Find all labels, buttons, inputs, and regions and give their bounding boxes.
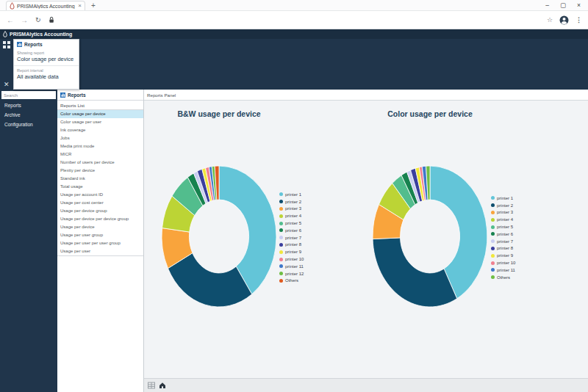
browser-menu-icon[interactable]: ⋮ <box>576 16 582 23</box>
legend-marker <box>491 254 495 258</box>
legend-item[interactable]: printer 5 <box>279 219 304 227</box>
donut-slice-printer-2[interactable] <box>168 253 252 307</box>
report-list-item[interactable]: Total usage <box>57 183 143 191</box>
legend-item[interactable]: printer 9 <box>491 252 515 259</box>
search-input[interactable] <box>1 91 56 99</box>
legend-item[interactable]: printer 11 <box>491 266 515 274</box>
report-list-item[interactable]: Plexity per device <box>57 167 143 175</box>
legend-item[interactable]: printer 8 <box>279 242 304 249</box>
table-view-icon[interactable] <box>148 382 155 389</box>
legend-item[interactable]: printer 9 <box>279 248 304 255</box>
legend-item[interactable]: printer 7 <box>279 234 304 242</box>
report-list-item[interactable]: Usage per device per device group <box>57 215 143 223</box>
new-tab-button[interactable]: + <box>91 1 96 10</box>
bookmark-star-icon[interactable]: ☆ <box>547 16 553 23</box>
dropdown-header[interactable]: Reports <box>14 40 79 48</box>
legend-item[interactable]: printer 2 <box>491 202 515 209</box>
report-list-item[interactable]: Usage per device <box>57 223 143 231</box>
donut-slice-printer-2[interactable] <box>373 238 457 307</box>
report-interval-label: Report interval <box>14 68 79 73</box>
legend-label: printer 1 <box>285 192 301 197</box>
sidebar-item-configuration[interactable]: Configuration <box>0 120 57 129</box>
report-list-item[interactable]: Usage per user group <box>57 231 143 239</box>
sidebar-item-archive[interactable]: Archive <box>0 110 57 120</box>
legend-label: printer 7 <box>285 236 301 240</box>
showing-report-value[interactable]: Color usage per device <box>14 56 79 62</box>
legend-item[interactable]: printer 10 <box>279 255 304 263</box>
legend-marker <box>279 264 283 268</box>
legend-item[interactable]: printer 8 <box>491 245 515 253</box>
addressbar-right-actions: ☆ ⋮ <box>547 15 582 25</box>
report-list-item[interactable]: Usage per account ID <box>57 191 143 199</box>
report-list-item[interactable]: Number of users per device <box>57 159 143 167</box>
legend-item[interactable]: Others <box>279 277 304 285</box>
apps-grid-icon[interactable] <box>3 41 10 48</box>
dropdown-title: Reports <box>24 42 43 47</box>
legend-marker <box>491 203 495 207</box>
sidebar-menu: ReportsArchiveConfiguration <box>0 101 57 129</box>
close-menu-icon[interactable]: ✕ <box>4 81 10 88</box>
report-list-item[interactable]: Color usage per user <box>57 118 143 126</box>
legend-marker <box>491 218 495 222</box>
report-list-item[interactable]: Usage per device group <box>57 207 143 215</box>
legend-item[interactable]: printer 6 <box>491 231 515 238</box>
legend-item[interactable]: Others <box>491 274 515 281</box>
legend-label: printer 2 <box>497 203 513 208</box>
legend-item[interactable]: printer 3 <box>491 209 515 217</box>
legend-marker <box>279 279 283 283</box>
report-list-item[interactable]: Jobs <box>57 134 143 142</box>
report-list-item[interactable]: Usage per user <box>57 247 143 255</box>
color-usage-chart: Color usage per device printer 1printer … <box>366 101 588 378</box>
forward-button[interactable]: → <box>21 16 28 24</box>
sidebar-item-reports[interactable]: Reports <box>0 101 57 110</box>
legend-marker <box>279 207 283 211</box>
report-list-item[interactable]: Standard ink <box>57 175 143 183</box>
report-list-item[interactable]: Ink coverage <box>57 126 143 134</box>
bw-usage-donut <box>157 163 282 310</box>
report-list-item[interactable]: Media print mode <box>57 142 143 150</box>
legend-item[interactable]: printer 6 <box>279 227 304 234</box>
window-close-button[interactable]: × <box>577 1 581 9</box>
legend-item[interactable]: printer 12 <box>279 270 304 277</box>
legend-label: printer 6 <box>285 228 301 233</box>
back-button[interactable]: ← <box>7 16 14 24</box>
legend-item[interactable]: printer 4 <box>491 216 515 223</box>
legend-item[interactable]: printer 1 <box>279 191 304 198</box>
legend-item[interactable]: printer 7 <box>491 238 515 245</box>
bottom-toolbar <box>144 378 588 392</box>
report-list-item[interactable]: Color usage per device <box>57 110 143 118</box>
report-list-item[interactable]: Usage per user per user group <box>57 239 143 247</box>
legend-marker <box>491 247 495 250</box>
reload-button[interactable]: ↻ <box>35 16 41 23</box>
legend-item[interactable]: printer 11 <box>279 263 304 270</box>
window-maximize-button[interactable]: ▢ <box>560 1 566 9</box>
browser-tab[interactable]: PRISMAlytics Accounting × <box>6 1 85 10</box>
prisma-droplet-icon <box>10 2 15 10</box>
lock-icon[interactable] <box>49 16 54 23</box>
legend-marker <box>279 222 283 225</box>
legend-item[interactable]: printer 5 <box>491 223 515 231</box>
report-interval-value[interactable]: All available data <box>14 73 79 80</box>
window-controls: – ▢ × <box>545 1 581 9</box>
legend-marker <box>491 225 495 229</box>
legend-marker <box>491 239 495 243</box>
reports-panel-title: Reports Panel <box>144 90 588 101</box>
window-minimize-button[interactable]: – <box>545 1 549 9</box>
browser-addressbar: ← → ↻ ☆ ⋮ <box>0 11 588 29</box>
legend-item[interactable]: printer 2 <box>279 198 304 206</box>
reports-list: Color usage per deviceColor usage per us… <box>57 110 143 256</box>
report-list-item[interactable]: Usage per cost center <box>57 199 143 207</box>
reports-display-panel: Reports Panel B&W usage per device print… <box>144 90 588 392</box>
profile-avatar-icon[interactable] <box>559 15 569 25</box>
legend-item[interactable]: printer 1 <box>491 195 515 202</box>
legend-marker <box>491 261 495 265</box>
tab-close-icon[interactable]: × <box>78 3 82 9</box>
legend-label: printer 3 <box>285 206 301 211</box>
legend-label: printer 5 <box>285 221 301 225</box>
legend-item[interactable]: printer 10 <box>491 259 515 266</box>
legend-item[interactable]: printer 3 <box>279 206 304 213</box>
reports-list-title: Reports List <box>57 101 143 110</box>
legend-item[interactable]: printer 4 <box>279 212 304 219</box>
report-list-item[interactable]: MICR <box>57 150 143 159</box>
home-icon[interactable] <box>159 382 166 389</box>
